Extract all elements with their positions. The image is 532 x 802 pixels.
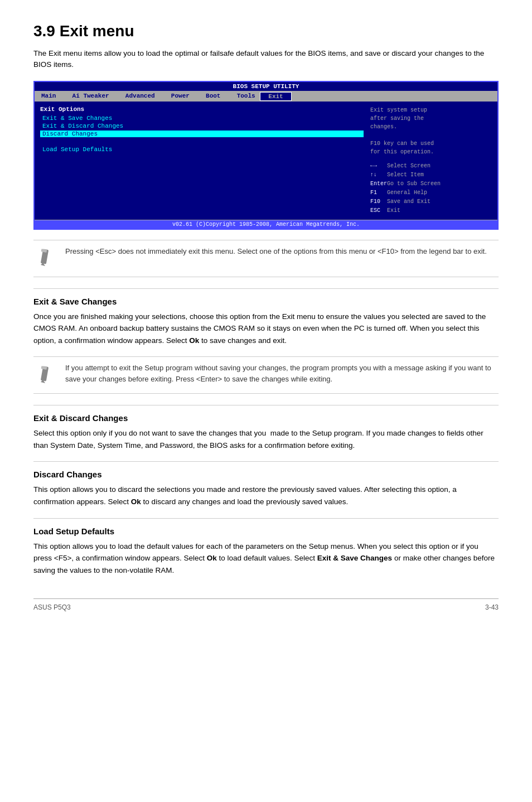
svg-rect-2 bbox=[41, 249, 47, 253]
bios-help-text: Exit system setup after saving the chang… bbox=[370, 106, 492, 156]
section-text-exit-discard: Select this option only if you do not wa… bbox=[33, 427, 499, 451]
bios-exit-discard: Exit & Discard Changes bbox=[40, 123, 364, 129]
note-box-2: If you attempt to exit the Setup program… bbox=[33, 356, 499, 394]
section-text-exit-save: Once you are finished making your select… bbox=[33, 311, 499, 347]
bios-legend-f1: F1 General Help bbox=[370, 189, 492, 197]
section-text-load-defaults: This option allows you to load the defau… bbox=[33, 540, 499, 577]
bios-menu-bar: Main Ai Tweaker Advanced Power Boot Tool… bbox=[35, 91, 497, 102]
bios-content: Exit Options Exit & Save Changes Exit & … bbox=[35, 102, 497, 220]
footer-left: ASUS P5Q3 bbox=[33, 603, 71, 611]
note-text-2: If you attempt to exit the Setup program… bbox=[65, 363, 499, 384]
note-text-1: Pressing <Esc> does not immediately exit… bbox=[65, 246, 487, 257]
intro-text: The Exit menu items allow you to load th… bbox=[33, 48, 499, 71]
bios-menu-advanced: Advanced bbox=[114, 92, 159, 101]
pencil-icon-2 bbox=[35, 364, 57, 386]
page-title: 3.9 Exit menu bbox=[33, 22, 499, 40]
bios-menu-power: Power bbox=[159, 92, 194, 101]
section-heading-load-defaults: Load Setup Defaults bbox=[33, 526, 499, 536]
bios-footer: v02.61 (C)Copyright 1985-2008, American … bbox=[35, 220, 497, 229]
bios-menu-main: Main bbox=[37, 92, 60, 101]
section-text-discard: This option allows you to discard the se… bbox=[33, 484, 499, 508]
svg-rect-5 bbox=[41, 366, 47, 370]
note-icon-1 bbox=[33, 246, 59, 271]
bios-spacer bbox=[40, 138, 364, 145]
section-heading-exit-discard: Exit & Discard Changes bbox=[33, 413, 499, 423]
bios-menu-boot: Boot bbox=[194, 92, 225, 101]
bios-exit-save: Exit & Save Changes bbox=[40, 115, 364, 122]
divider-3 bbox=[33, 461, 499, 462]
bios-legend-f10: F10 Save and Exit bbox=[370, 197, 492, 206]
note-icon-2 bbox=[33, 363, 59, 388]
bios-screenshot: BIOS SETUP UTILITY Main Ai Tweaker Advan… bbox=[33, 81, 499, 230]
divider-2 bbox=[33, 405, 499, 405]
note-box-1: Pressing <Esc> does not immediately exit… bbox=[33, 240, 499, 277]
page-footer: ASUS P5Q3 3-43 bbox=[33, 598, 499, 611]
bios-load-defaults: Load Setup Defaults bbox=[40, 146, 364, 153]
bios-menu-aitweaker: Ai Tweaker bbox=[60, 92, 113, 101]
bios-legend-arrows: ←→ Select Screen bbox=[370, 162, 492, 171]
section-heading-exit-save: Exit & Save Changes bbox=[33, 297, 499, 306]
bios-menu-tools: Tools bbox=[225, 92, 259, 101]
bios-legend: ←→ Select Screen ↑↓ Select Item EnterGo … bbox=[370, 162, 492, 215]
bios-right-panel: Exit system setup after saving the chang… bbox=[367, 105, 495, 216]
pencil-icon-1 bbox=[35, 247, 57, 269]
bios-legend-esc: ESC Exit bbox=[370, 206, 492, 215]
footer-right: 3-43 bbox=[485, 603, 499, 611]
bios-exit-options-title: Exit Options bbox=[40, 106, 364, 113]
section-heading-discard: Discard Changes bbox=[33, 470, 499, 479]
bios-discard-changes: Discard Changes bbox=[40, 131, 364, 137]
divider-1 bbox=[33, 288, 499, 289]
bios-menu-exit: Exit bbox=[260, 92, 292, 101]
bios-legend-updown: ↑↓ Select Item bbox=[370, 171, 492, 180]
bios-legend-enter: EnterGo to Sub Screen bbox=[370, 180, 492, 189]
bios-left-panel: Exit Options Exit & Save Changes Exit & … bbox=[37, 105, 367, 216]
bios-title: BIOS SETUP UTILITY bbox=[35, 82, 497, 91]
divider-4 bbox=[33, 518, 499, 519]
